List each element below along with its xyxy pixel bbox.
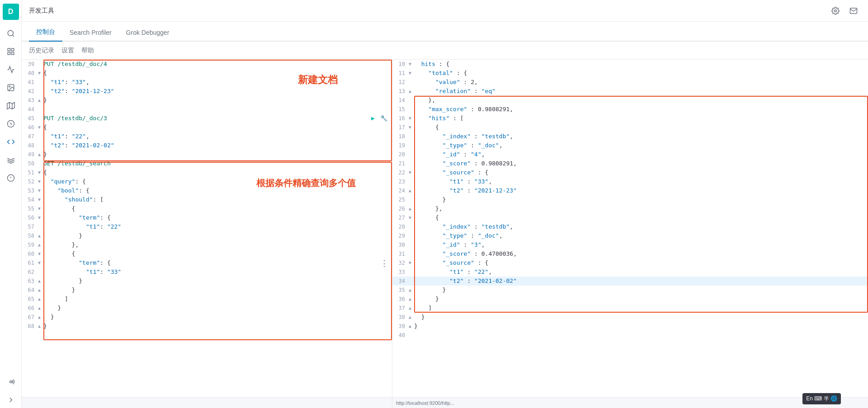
rcode-line-39: 39 ▲ } (392, 322, 868, 331)
rcode-line-37: 37 ▲ ] (392, 304, 868, 313)
rcode-line-13: 13 ▲ "relation" : "eq" (392, 87, 868, 96)
response-url: http://localhost:9200/http... (396, 400, 454, 406)
code-line-64: 64 ▲ } (22, 286, 392, 295)
sidebar-icon-settings[interactable] (3, 374, 19, 390)
rcode-line-10: 10 ▼ hits : { (392, 60, 868, 69)
code-line-47: 47 "t1": "22", (22, 132, 392, 141)
code-line-65: 65 ▲ ] (22, 295, 392, 304)
rcode-line-11: 11 ▼ "total" : { (392, 69, 868, 78)
code-line-59: 59 ▲ }, (22, 240, 392, 249)
main-area: 开发工具 控制台 Search Profiler Grok Debugger 历… (22, 0, 868, 408)
rcode-line-25: 25 } (392, 195, 868, 204)
sidebar-icon-stack[interactable] (3, 152, 19, 168)
code-line-63: 63 ▲ } (22, 277, 392, 286)
tab-search-profiler[interactable]: Search Profiler (62, 24, 119, 42)
sidebar-icon-ml[interactable] (3, 116, 19, 132)
rcode-line-22: 22 ▼ "_source" : { (392, 168, 868, 177)
rcode-line-29: 29 "_type" : "_doc", (392, 231, 868, 240)
rcode-line-32: 32 ▼ "_source" : { (392, 258, 868, 267)
left-code-editor[interactable]: 新建文档 根据条件精确查询多个值 39 PUT /testdb/_doc/4 4… (22, 60, 392, 397)
rcode-line-19: 19 "_type" : "_doc", (392, 141, 868, 150)
rcode-line-16: 16 ▼ "hits" : [ (392, 114, 868, 123)
code-line-68: 68 ▲ } (22, 322, 392, 331)
sidebar-icon-arrow[interactable] (3, 392, 19, 408)
subtoolbar-settings[interactable]: 设置 (61, 45, 74, 56)
code-line-67: 67 ▲ } (22, 313, 392, 322)
code-line-46: 46 ▼ { (22, 123, 392, 132)
wrench-icon[interactable]: 🔧 (379, 114, 388, 123)
sidebar-icon-devtools[interactable] (3, 134, 19, 150)
svg-point-0 (8, 30, 13, 36)
code-line-62: 62 "t1": "33" (22, 267, 392, 277)
code-line-55: 55 ▼ { (22, 204, 392, 213)
sidebar-icon-maps[interactable] (3, 98, 19, 114)
svg-rect-2 (8, 48, 10, 51)
svg-rect-5 (11, 52, 14, 55)
right-code-editor[interactable]: 10 ▼ hits : { 11 ▼ "total" : { 12 "value… (392, 60, 868, 397)
code-line-54: 54 ▼ "should": [ (22, 195, 392, 204)
code-line-57: 57 "t1": "22" (22, 222, 392, 231)
svg-line-1 (12, 35, 14, 36)
code-line-48: 48 "t2": "2021-02-02" (22, 141, 392, 150)
dots-menu[interactable]: ⋮ (380, 258, 388, 268)
topbar: 开发工具 (22, 0, 868, 22)
sidebar-icon-canvas[interactable] (3, 80, 19, 96)
rcode-line-35: 35 ▲ } (392, 286, 868, 295)
sidebar-icon-discover[interactable] (3, 25, 19, 42)
right-bottom-bar: http://localhost:9200/http... (392, 397, 868, 408)
sidebar-icon-visualize[interactable] (3, 61, 19, 78)
svg-point-15 (9, 381, 12, 383)
right-response-panel: 10 ▼ hits : { 11 ▼ "total" : { 12 "value… (392, 60, 868, 408)
code-line-44: 44 (22, 105, 392, 114)
rcode-line-33: 33 "t1" : "22", (392, 267, 868, 277)
app-logo[interactable]: D (3, 4, 19, 20)
code-line-49: 49 ▲ } (22, 150, 392, 159)
rcode-line-38: 38 ▲ } (392, 313, 868, 322)
tabbar: 控制台 Search Profiler Grok Debugger (22, 22, 868, 42)
svg-point-16 (835, 9, 837, 12)
rcode-line-18: 18 "_index" : "testdb", (392, 132, 868, 141)
subtoolbar: 历史记录 设置 帮助 (22, 42, 868, 60)
sidebar-icon-dashboard[interactable] (3, 43, 19, 60)
svg-rect-3 (11, 48, 14, 51)
code-line-40: 40 ▼ { (22, 69, 392, 78)
rcode-line-14: 14 }, (392, 96, 868, 105)
ime-indicator: En ⌨ 半 🌐 (802, 393, 841, 404)
code-line-50: 50 GET /testdb/_search (22, 159, 392, 168)
subtoolbar-history[interactable]: 历史记录 (29, 45, 54, 56)
left-bottom-bar (22, 397, 392, 408)
tab-console[interactable]: 控制台 (29, 23, 62, 42)
left-editor-panel: 新建文档 根据条件精确查询多个值 39 PUT /testdb/_doc/4 4… (22, 60, 392, 408)
code-line-51: 51 ▼ { (22, 168, 392, 177)
sidebar-icon-alerts[interactable] (3, 170, 19, 186)
rcode-line-20: 20 "_id" : "4", (392, 150, 868, 159)
rcode-line-34: 34 "t2" : "2021-02-02" (392, 277, 868, 286)
mail-icon[interactable] (846, 4, 861, 18)
subtoolbar-help[interactable]: 帮助 (81, 45, 94, 56)
svg-rect-4 (8, 52, 10, 55)
rcode-line-30: 30 "_id" : "3", (392, 240, 868, 249)
rcode-line-28: 28 "_index" : "testdb", (392, 222, 868, 231)
rcode-line-27: 27 ▼ { (392, 213, 868, 222)
rcode-line-15: 15 "max_score" : 0.9808291, (392, 105, 868, 114)
rcode-line-36: 36 ▲ } (392, 295, 868, 304)
code-line-39: 39 PUT /testdb/_doc/4 (22, 60, 392, 69)
code-line-61: 61 ▼ "term": { (22, 258, 392, 267)
rcode-line-40: 40 (392, 331, 868, 340)
code-line-42: 42 "t2": "2021-12-23" (22, 87, 392, 96)
run-icon[interactable]: ▶ (368, 114, 377, 123)
app-title: 开发工具 (29, 7, 54, 15)
code-line-58: 58 ▲ } (22, 231, 392, 240)
code-line-45: 45 PUT /testdb/_doc/3 ▶ 🔧 (22, 114, 392, 123)
rcode-line-12: 12 "value" : 2, (392, 78, 868, 87)
code-line-66: 66 ▲ } (22, 304, 392, 313)
code-line-56: 56 ▼ "term": { (22, 213, 392, 222)
content-area: 新建文档 根据条件精确查询多个值 39 PUT /testdb/_doc/4 4… (22, 60, 868, 408)
rcode-line-23: 23 "t1" : "33", (392, 177, 868, 186)
rcode-line-24: 24 ▲ "t2" : "2021-12-23" (392, 186, 868, 195)
rcode-line-17: 17 ▼ { (392, 123, 868, 132)
rcode-line-26: 26 ▲ }, (392, 204, 868, 213)
tab-grok-debugger[interactable]: Grok Debugger (119, 24, 177, 42)
line-actions-45: ▶ 🔧 (368, 114, 392, 123)
settings-icon[interactable] (828, 4, 843, 18)
